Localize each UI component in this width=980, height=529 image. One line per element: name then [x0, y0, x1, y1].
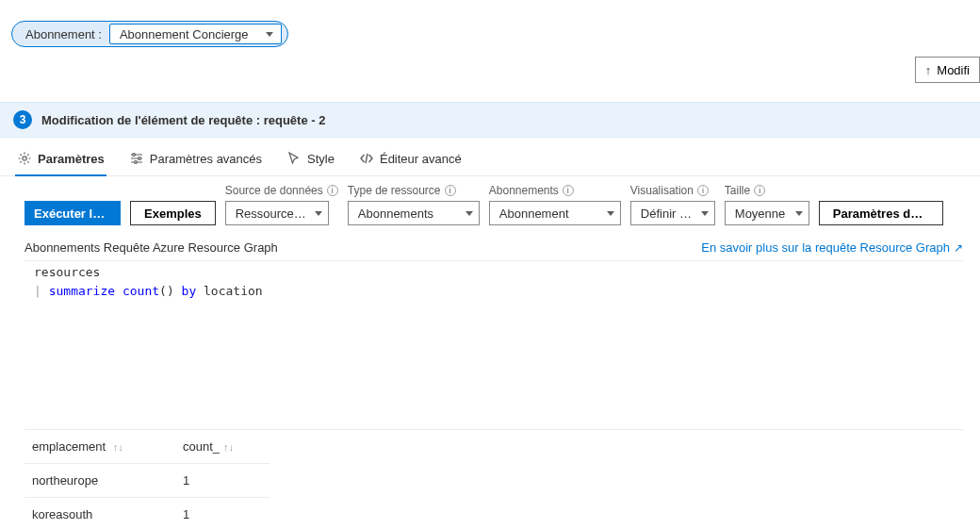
- info-icon: i: [754, 185, 765, 196]
- info-icon: i: [563, 185, 574, 196]
- info-icon: i: [697, 185, 709, 196]
- query-description: Abonnements Requête Azure Resource Graph: [24, 240, 278, 255]
- tab-parameters[interactable]: Paramètres: [15, 145, 106, 175]
- tab-parameters-label: Paramètres: [38, 152, 105, 166]
- query-editor[interactable]: resources | summarize count() by locatio…: [24, 260, 963, 425]
- column-settings-button[interactable]: Paramètres de co...: [819, 201, 943, 225]
- controls-row: Exécuter la req... Exemples Source de do…: [0, 176, 980, 235]
- cell-location: koreasouth: [24, 498, 175, 530]
- learn-more-link[interactable]: En savoir plus sur la requête Resource G…: [701, 240, 963, 255]
- visualization-value: Définir pa...: [641, 207, 694, 221]
- sliders-icon: [129, 151, 144, 166]
- col-location-header[interactable]: emplacement ↑↓: [24, 430, 175, 464]
- subscriptions-label: Abonnements i: [489, 184, 621, 197]
- subscription-value: Abonnement Concierge: [120, 27, 249, 41]
- svg-point-3: [134, 161, 137, 164]
- col-count-header[interactable]: count_↑↓: [175, 430, 270, 464]
- chevron-down-icon: [607, 211, 614, 216]
- top-right-toolbar: ↑ Modifi: [915, 57, 980, 83]
- run-query-button[interactable]: Exécuter la req...: [24, 201, 121, 225]
- code-location: location: [204, 284, 263, 298]
- info-icon: i: [327, 185, 338, 196]
- chevron-down-icon: [701, 211, 709, 216]
- examples-button[interactable]: Exemples: [130, 201, 216, 225]
- svg-point-0: [23, 157, 26, 160]
- svg-point-2: [138, 157, 140, 160]
- section-title: Modification de l'élément de requête : r…: [41, 113, 325, 127]
- cell-location: northeurope: [24, 464, 175, 498]
- tab-advanced-editor[interactable]: Éditeur avancé: [357, 145, 464, 175]
- code-by: by: [182, 284, 197, 298]
- data-source-value: Ressources Az...: [236, 207, 307, 221]
- results-pane: emplacement ↑↓ count_↑↓ northeurope 1 ko…: [24, 429, 963, 529]
- resource-type-label: Type de ressource i: [348, 184, 480, 197]
- tab-advanced-parameters-label: Paramètres avancés: [150, 152, 262, 166]
- tab-style-label: Style: [307, 152, 335, 166]
- data-source-label: Source de données i: [225, 184, 338, 197]
- chevron-down-icon: [315, 211, 322, 216]
- info-icon: i: [445, 185, 456, 196]
- modify-label: Modifi: [937, 63, 970, 77]
- results-table: emplacement ↑↓ count_↑↓ northeurope 1 ko…: [24, 430, 270, 529]
- step-number-badge: 3: [13, 110, 32, 129]
- data-source-select[interactable]: Ressources Az...: [225, 201, 329, 225]
- learn-more-label: En savoir plus sur la requête Resource G…: [701, 240, 950, 255]
- cell-count: 1: [175, 498, 270, 530]
- gear-icon: [17, 151, 32, 166]
- external-link-icon: ↗: [954, 241, 963, 255]
- code-line1: resources: [34, 265, 100, 279]
- chevron-down-icon: [795, 211, 803, 216]
- visualization-select[interactable]: Définir pa...: [630, 201, 715, 225]
- section-header: 3 Modification de l'élément de requête :…: [0, 102, 980, 138]
- subscriptions-value: Abonnement: [499, 207, 569, 221]
- table-row[interactable]: northeurope 1: [24, 464, 270, 498]
- tab-advanced-editor-label: Éditeur avancé: [380, 152, 462, 166]
- sort-icon: ↑↓: [113, 441, 123, 453]
- chevron-down-icon: [266, 32, 273, 37]
- sort-icon: ↑↓: [223, 441, 234, 453]
- size-select[interactable]: Moyenne: [725, 201, 809, 225]
- table-header-row: emplacement ↑↓ count_↑↓: [24, 430, 270, 464]
- code-pipe: |: [34, 284, 41, 298]
- tab-advanced-parameters[interactable]: Paramètres avancés: [127, 145, 264, 175]
- cursor-icon: [286, 151, 302, 166]
- subscription-label: Abonnement :: [25, 27, 102, 41]
- size-label: Taille i: [725, 184, 809, 197]
- examples-label: Exemples: [144, 207, 202, 221]
- code-count: count: [122, 284, 159, 298]
- arrow-up-icon: ↑: [925, 64, 932, 76]
- subscription-filter-pill: Abonnement : Abonnement Concierge: [11, 21, 288, 47]
- subscription-select[interactable]: Abonnement Concierge: [109, 24, 282, 44]
- size-value: Moyenne: [735, 207, 785, 221]
- query-info-row: Abonnements Requête Azure Resource Graph…: [0, 235, 980, 260]
- chevron-down-icon: [466, 211, 473, 216]
- resource-type-value: Abonnements: [358, 207, 433, 221]
- cell-count: 1: [175, 464, 270, 498]
- modify-button[interactable]: ↑ Modifi: [915, 57, 980, 83]
- visualization-label: Visualisation i: [630, 184, 715, 197]
- tab-style[interactable]: Style: [285, 145, 336, 175]
- code-summarize: summarize: [49, 284, 115, 298]
- run-query-label: Exécuter la req...: [34, 207, 121, 221]
- code-parens: (): [159, 284, 174, 298]
- code-icon: [359, 151, 374, 166]
- subscriptions-select[interactable]: Abonnement: [489, 201, 621, 225]
- table-row[interactable]: koreasouth 1: [24, 498, 270, 530]
- column-settings-label: Paramètres de co...: [833, 207, 943, 221]
- tabs-row: Paramètres Paramètres avancés Style Édit…: [0, 138, 980, 176]
- resource-type-select[interactable]: Abonnements: [348, 201, 480, 225]
- svg-point-1: [132, 154, 135, 157]
